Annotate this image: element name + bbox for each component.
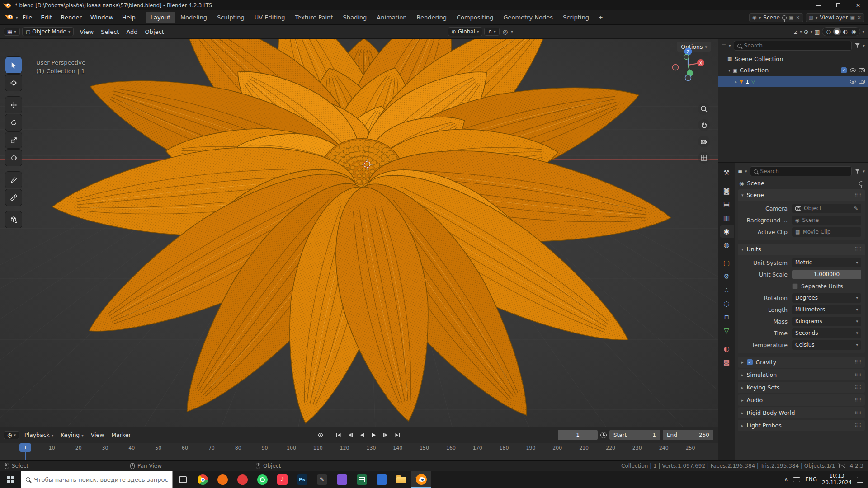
viewport-menu-view[interactable]: View (76, 27, 97, 37)
units-panel-header[interactable]: ▾ Units ⠿⠿ (738, 244, 865, 255)
tool-rotate[interactable] (5, 114, 22, 131)
workspace-tab-geometry-nodes[interactable]: Geometry Nodes (498, 12, 558, 23)
timeline-menu-keying[interactable]: Keying ▾ (57, 430, 87, 440)
background-field[interactable]: ◉Scene (792, 216, 861, 225)
pan-hand-icon[interactable] (698, 119, 710, 131)
scene-panel-header[interactable]: ▾ Scene ⠿⠿ (738, 189, 865, 201)
tool-add-cube[interactable] (5, 211, 22, 228)
filter-icon[interactable] (854, 169, 860, 174)
new-viewlayer-icon[interactable]: ▣ (850, 14, 854, 20)
camera-icon[interactable] (859, 68, 865, 72)
workspace-tab-animation[interactable]: Animation (372, 12, 411, 23)
drag-handle-icon[interactable]: ⠿⠿ (854, 385, 861, 390)
unit-scale-slider[interactable]: 1.000000 (792, 270, 861, 279)
properties-tab-particles[interactable]: ∴ (720, 284, 734, 296)
drag-handle-icon[interactable]: ⠿⠿ (854, 398, 861, 403)
tool-select-box[interactable] (5, 57, 22, 73)
taskbar-app-excel[interactable] (352, 471, 372, 488)
taskbar-app-pen-app[interactable]: ✎ (312, 471, 332, 488)
rotation-dropdown[interactable]: Degrees▾ (792, 293, 861, 303)
workspace-tab-shading[interactable]: Shading (338, 12, 372, 23)
filter-icon[interactable] (854, 43, 860, 48)
start-button[interactable] (0, 471, 21, 488)
viewport-menu-object[interactable]: Object (142, 27, 168, 37)
workspace-tab-sculpting[interactable]: Sculpting (212, 12, 250, 23)
taskbar-app-app-red[interactable] (232, 471, 252, 488)
workspace-tab-rendering[interactable]: Rendering (412, 12, 452, 23)
pin-icon[interactable] (859, 181, 863, 186)
properties-tab-world[interactable]: ◍ (720, 239, 734, 251)
clock-widget[interactable]: 10:13 20.11.2024 (822, 473, 852, 486)
taskbar-app-photoshop[interactable]: Ps (292, 471, 312, 488)
maximize-button[interactable] (828, 0, 848, 10)
properties-tab-render[interactable]: ◙ (720, 185, 734, 197)
properties-tab-object[interactable]: ▢ (720, 257, 734, 269)
new-scene-icon[interactable]: ▣ (789, 14, 793, 20)
drag-handle-icon[interactable]: ⠿⠿ (854, 360, 861, 365)
gizmo-x-neg-axis[interactable] (673, 65, 679, 70)
outliner-search[interactable] (734, 41, 852, 51)
properties-search[interactable] (750, 166, 852, 176)
taskbar-app-explorer[interactable] (392, 471, 411, 488)
timeline-ruler[interactable]: 1 11020304050607080901001101201301401501… (0, 443, 718, 460)
navigation-gizmo[interactable]: Z X (669, 46, 708, 84)
clock-icon[interactable] (600, 432, 607, 438)
properties-tab-tool[interactable]: ⚒ (720, 167, 734, 179)
frame-end-field[interactable]: End 250 (663, 430, 713, 440)
panel-gravity[interactable]: ▸✓Gravity⠿⠿ (738, 357, 865, 368)
properties-tab-physics[interactable]: ◌ (720, 298, 734, 310)
menu-window[interactable]: Window (86, 12, 118, 23)
taskbar-app-whatsapp[interactable] (252, 471, 272, 488)
workspace-tab-uv-editing[interactable]: UV Editing (250, 12, 290, 23)
delete-scene-icon[interactable]: × (796, 14, 800, 20)
properties-tab-object-data[interactable]: ▽ (720, 325, 734, 337)
notification-center-icon[interactable] (857, 477, 863, 483)
gizmo-z-neg-axis[interactable] (685, 75, 691, 81)
taskbar-app-app-purple[interactable] (332, 471, 352, 488)
eye-icon[interactable] (850, 80, 856, 84)
drag-handle-icon[interactable]: ⠿⠿ (854, 372, 861, 377)
properties-tab-texture[interactable]: ▩ (720, 357, 734, 369)
viewlayer-selector[interactable]: ▥ ▾ ViewLayer ▣ × (806, 13, 865, 22)
taskbar-app-chrome[interactable] (193, 471, 212, 488)
chevron-right-icon[interactable]: ▸ (735, 80, 737, 84)
touch-keyboard-icon[interactable] (793, 477, 800, 482)
language-indicator[interactable]: ENG (805, 476, 817, 483)
menu-edit[interactable]: Edit (37, 12, 56, 23)
properties-search-input[interactable] (760, 168, 849, 174)
outliner-search-input[interactable] (744, 42, 849, 49)
drag-handle-icon[interactable]: ⠿⠿ (854, 423, 861, 428)
workspace-tab-compositing[interactable]: Compositing (452, 12, 499, 23)
taskbar-search[interactable] (21, 471, 173, 488)
taskbar-app-app-blue[interactable] (372, 471, 392, 488)
taskbar-app-blender[interactable] (411, 471, 431, 488)
timeline-editor-type-button[interactable]: ◷ ▾ (4, 431, 19, 439)
current-frame-field[interactable]: 1 (558, 430, 598, 440)
properties-tab-view-layer[interactable]: ▥ (720, 212, 734, 224)
previous-keyframe-button[interactable] (345, 431, 356, 440)
shading-wireframe-icon[interactable]: ○ (825, 28, 832, 35)
drag-handle-icon[interactable]: ⠿⠿ (854, 192, 861, 197)
minimize-button[interactable]: — (808, 0, 828, 10)
properties-tab-material[interactable]: ◐ (720, 343, 734, 355)
taskbar-app-app-orange[interactable] (212, 471, 232, 488)
properties-tab-output[interactable]: ▤ (720, 198, 734, 211)
outliner-row-collection[interactable]: ▾▣Collection✓ (718, 65, 868, 76)
menu-file[interactable]: File (19, 12, 37, 23)
pin-icon[interactable] (782, 15, 787, 20)
flower-mesh-model[interactable] (0, 39, 718, 427)
length-dropdown[interactable]: Millimeters▾ (792, 305, 861, 314)
camera-field[interactable]: Object✎ (792, 204, 861, 213)
menu-render[interactable]: Render (57, 12, 85, 23)
chevron-down-icon[interactable]: ▾ (728, 68, 731, 73)
next-keyframe-button[interactable] (380, 431, 391, 440)
close-button[interactable]: ✕ (848, 0, 868, 10)
properties-tab-constraints[interactable]: ⊓ (720, 311, 734, 324)
panel-keying-sets[interactable]: ▸Keying Sets⠿⠿ (738, 382, 865, 393)
ortho-grid-icon[interactable] (698, 152, 710, 164)
gizmo-y-neg-axis[interactable] (684, 55, 689, 60)
panel-audio[interactable]: ▸Audio⠿⠿ (738, 394, 865, 406)
menu-help[interactable]: Help (118, 12, 140, 23)
snap-toggle[interactable]: ∩ ▾ (484, 28, 499, 36)
play-reverse-button[interactable] (357, 431, 368, 440)
